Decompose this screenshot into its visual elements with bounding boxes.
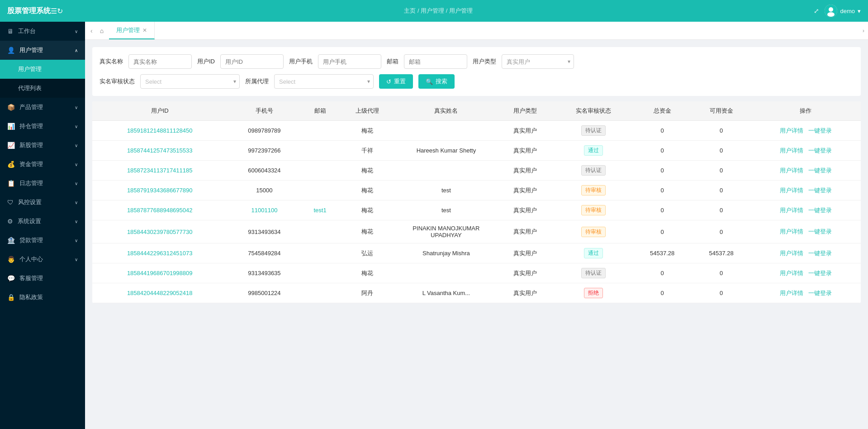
cell-total-fund: 0 (633, 181, 692, 200)
cell-status: 待审核 (554, 220, 633, 243)
sidebar-item-log-mgmt[interactable]: 📋 日志管理 ∨ (0, 174, 85, 193)
sidebar-item-fund-mgmt[interactable]: 💰 资金管理 ∨ (0, 155, 85, 174)
sidebar-item-privacy-policy[interactable]: 🔒 隐私政策 (0, 288, 85, 307)
real-name-input[interactable] (128, 54, 192, 69)
status-select[interactable]: Select 待认证 通过 待审核 拒绝 (140, 74, 240, 89)
one-click-login-link[interactable]: 一键登录 (808, 207, 832, 214)
sidebar-item-workbench[interactable]: 🖥 工作台 ∨ (0, 22, 85, 41)
cell-user-type: 真实用户 (497, 263, 554, 283)
cell-actions: 用户详情 一键登录 (751, 200, 861, 220)
sidebar-item-label: 产品管理 (19, 103, 43, 111)
main-content: 真实名称 用户ID 用户手机 邮箱 用户类型 真实用户 代理用户 全部 (85, 40, 868, 429)
search-button[interactable]: 🔍 搜索 (418, 74, 455, 89)
one-click-login-link[interactable]: 一键登录 (808, 147, 832, 154)
cell-user-id: 18584430239780577730 (92, 220, 227, 243)
one-click-login-link[interactable]: 一键登录 (808, 167, 832, 174)
sidebar-item-risk-ctrl[interactable]: 🛡 风控设置 ∨ (0, 193, 85, 212)
sidebar-item-customer-mgmt[interactable]: 💬 客服管理 (0, 269, 85, 288)
sidebar-item-personal-center[interactable]: 👨 个人中心 ∨ (0, 250, 85, 269)
sidebar-item-user-mgmt[interactable]: 👤 用户管理 ∧ (0, 41, 85, 60)
user-detail-link[interactable]: 用户详情 (780, 127, 803, 134)
cell-user-type: 真实用户 (497, 220, 554, 243)
table-wrapper: 用户ID 手机号 邮箱 上级代理 真实姓名 用户类型 实名审核状态 总资金 可用… (92, 101, 861, 303)
cell-actions: 用户详情 一键登录 (751, 181, 861, 200)
reset-button[interactable]: ↺ 重置 (379, 74, 413, 89)
cell-user-id: 18587234113717411185 (92, 161, 227, 181)
one-click-login-link[interactable]: 一键登录 (808, 250, 832, 257)
user-table: 用户ID 手机号 邮箱 上级代理 真实姓名 用户类型 实名审核状态 总资金 可用… (92, 101, 861, 303)
user-detail-link[interactable]: 用户详情 (780, 270, 803, 276)
chevron-down-icon: ∨ (75, 238, 78, 243)
sidebar-item-position-mgmt[interactable]: 📊 持仓管理 ∨ (0, 117, 85, 136)
col-phone: 手机号 (227, 101, 301, 121)
app-logo: 股票管理系统 (7, 6, 51, 16)
col-total-fund: 总资金 (633, 101, 692, 121)
cell-email (301, 121, 338, 141)
cell-user-id: 18587877688948695042 (92, 200, 227, 220)
sidebar-item-loan-mgmt[interactable]: 🏦 贷款管理 ∨ (0, 231, 85, 250)
home-icon[interactable]: ⌂ (95, 24, 109, 38)
user-detail-link[interactable]: 用户详情 (780, 228, 803, 235)
cell-user-type: 真实用户 (497, 161, 554, 181)
one-click-login-link[interactable]: 一键登录 (808, 290, 832, 296)
one-click-login-link[interactable]: 一键登录 (808, 187, 832, 194)
user-detail-link[interactable]: 用户详情 (780, 290, 803, 296)
user-menu[interactable]: demo ▾ (825, 5, 861, 17)
cell-total-fund: 0 (633, 200, 692, 220)
chevron-down-icon: ∨ (75, 257, 78, 262)
table-row: 18587877688948695042 11001100 test1 梅花 t… (92, 200, 861, 220)
cell-phone: 9313493635 (227, 263, 301, 283)
sidebar-item-label: 贷款管理 (19, 236, 43, 244)
refresh-icon[interactable]: ↻ (57, 7, 63, 15)
cell-actions: 用户详情 一键登录 (751, 243, 861, 263)
cell-email (301, 243, 338, 263)
cell-real-name (396, 263, 497, 283)
cell-phone: 9972397266 (227, 141, 301, 161)
cell-status: 通过 (554, 243, 633, 263)
menu-icon[interactable]: ☰ (51, 7, 57, 15)
sidebar-item-ipo-mgmt[interactable]: 📈 新股管理 ∨ (0, 136, 85, 155)
sidebar-item-label: 新股管理 (19, 141, 43, 149)
chevron-down-icon: ∨ (75, 200, 78, 205)
sidebar-item-label: 个人中心 (19, 255, 43, 263)
expand-icon[interactable]: ⤢ (814, 7, 819, 14)
table-head: 用户ID 手机号 邮箱 上级代理 真实姓名 用户类型 实名审核状态 总资金 可用… (92, 101, 861, 121)
one-click-login-link[interactable]: 一键登录 (808, 228, 832, 235)
real-name-status-label: 实名审核状态 (100, 77, 135, 86)
cell-phone: 15000 (227, 181, 301, 200)
email-label: 邮箱 (387, 57, 398, 66)
user-detail-link[interactable]: 用户详情 (780, 167, 803, 174)
privacy-icon: 🔒 (7, 294, 15, 301)
user-id-input[interactable] (220, 54, 284, 69)
sidebar-item-agent-list[interactable]: 代理列表 (0, 79, 85, 98)
user-detail-link[interactable]: 用户详情 (780, 187, 803, 194)
tab-close-icon[interactable]: ✕ (142, 27, 147, 33)
cell-available-fund: 0 (692, 121, 750, 141)
email-input[interactable] (404, 54, 467, 69)
cell-status: 待认证 (554, 161, 633, 181)
user-type-label: 用户类型 (473, 57, 496, 66)
cell-user-type: 真实用户 (497, 283, 554, 303)
tab-next-icon[interactable]: › (863, 27, 864, 34)
sidebar-item-product-mgmt[interactable]: 📦 产品管理 ∨ (0, 98, 85, 117)
cell-user-id: 18587919343686677890 (92, 181, 227, 200)
user-detail-link[interactable]: 用户详情 (780, 207, 803, 214)
tab-user-mgmt[interactable]: 用户管理 ✕ (109, 22, 155, 39)
one-click-login-link[interactable]: 一键登录 (808, 127, 832, 134)
table-row: 18591812148811128450 0989789789 梅花 真实用户 … (92, 121, 861, 141)
table-row: 18587234113717411185 6006043324 梅花 真实用户 … (92, 161, 861, 181)
one-click-login-link[interactable]: 一键登录 (808, 270, 832, 276)
sidebar-item-sys-settings[interactable]: ⚙ 系统设置 ∨ (0, 212, 85, 231)
user-detail-link[interactable]: 用户详情 (780, 250, 803, 257)
user-type-select[interactable]: 真实用户 代理用户 全部 (502, 54, 574, 69)
cell-agent: 弘运 (339, 243, 396, 263)
phone-input[interactable] (318, 54, 381, 69)
sidebar-item-user-list[interactable]: 用户管理 (0, 60, 85, 79)
cell-email (301, 283, 338, 303)
user-dropdown-icon: ▾ (858, 8, 861, 14)
user-detail-link[interactable]: 用户详情 (780, 147, 803, 154)
chevron-up-icon: ∧ (75, 48, 78, 53)
agent-select[interactable]: Select (274, 74, 374, 89)
tab-prev-icon[interactable]: ‹ (89, 25, 95, 36)
cell-email (301, 220, 338, 243)
